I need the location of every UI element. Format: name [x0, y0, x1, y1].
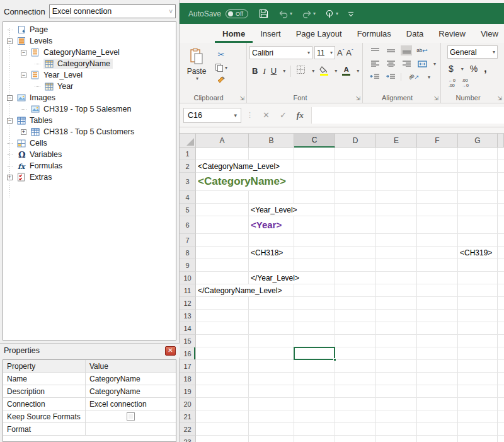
name-box[interactable]: C16 ▾ — [183, 108, 241, 123]
cell-B10[interactable]: </Year_Level> — [249, 272, 301, 284]
cell-B5[interactable]: <Year_Level> — [249, 204, 299, 216]
insert-function-icon[interactable]: fx — [297, 110, 304, 120]
cut-icon[interactable]: ✂ — [215, 50, 227, 59]
row-header-6[interactable]: 6 — [180, 216, 196, 234]
decrease-indent-icon[interactable] — [369, 72, 381, 82]
column-header-G[interactable]: G — [458, 134, 498, 148]
align-left-icon[interactable] — [369, 59, 381, 69]
fill-color-dropdown-icon[interactable]: ▾ — [335, 68, 337, 74]
font-dialog-launcher-icon[interactable]: ⇲ — [355, 95, 360, 102]
merge-center-icon[interactable] — [416, 59, 428, 69]
connection-dropdown[interactable]: Excel connection ˅ — [49, 4, 176, 18]
row-header-16[interactable]: 16 — [180, 347, 196, 360]
cancel-icon[interactable]: ✕ — [263, 110, 270, 120]
grid-row-cells[interactable] — [196, 423, 504, 436]
select-all-corner[interactable] — [180, 134, 196, 148]
redo-icon[interactable]: ▾ — [301, 9, 316, 18]
paste-button[interactable]: Paste ▾ — [182, 46, 211, 91]
orientation-icon[interactable]: ab↗ — [406, 72, 422, 82]
properties-row[interactable]: NameCategoryName — [3, 373, 176, 385]
tree-item-inner[interactable]: Cells — [16, 138, 50, 148]
tree-item[interactable]: −Year_Level — [3, 69, 176, 81]
fill-color-icon[interactable] — [319, 66, 328, 76]
tab-home[interactable]: Home — [215, 25, 253, 43]
row-header-15[interactable]: 15 — [180, 335, 196, 347]
row-header-5[interactable]: 5 — [180, 204, 196, 216]
decrease-decimal-icon[interactable]: .00→0 — [462, 78, 469, 89]
copy-dropdown-icon[interactable]: ▾ — [225, 65, 227, 71]
grid-row-cells[interactable]: <Year> — [196, 216, 504, 234]
row-header-13[interactable]: 13 — [180, 310, 196, 322]
collapse-icon[interactable]: − — [7, 118, 13, 124]
row-header-17[interactable]: 17 — [180, 360, 196, 373]
borders-dropdown-icon[interactable]: ▾ — [312, 68, 314, 74]
redo-dropdown-icon[interactable]: ▾ — [313, 11, 316, 16]
expand-icon[interactable]: + — [21, 129, 26, 135]
tree-item[interactable]: −CategoryName_Level — [3, 47, 176, 58]
grid-row-cells[interactable] — [196, 259, 504, 272]
tree-item[interactable]: CH319 - Top 5 Salesmen — [3, 103, 176, 115]
align-right-icon[interactable] — [401, 59, 412, 69]
formula-input[interactable] — [311, 107, 504, 124]
decrease-font-size-icon[interactable]: Aˇ — [346, 48, 353, 57]
tree-item-inner[interactable]: Images — [16, 93, 58, 103]
tree-item[interactable]: Year — [3, 81, 176, 92]
grid-row-cells[interactable]: <CategoryName> — [196, 173, 504, 191]
font-color-icon[interactable]: A — [342, 66, 350, 76]
orientation-dropdown-icon[interactable]: ▾ — [428, 74, 430, 80]
save-icon[interactable] — [258, 8, 269, 19]
tree-item[interactable]: ΩVariables — [3, 149, 176, 160]
expand-icon[interactable]: + — [7, 175, 13, 180]
tree-item[interactable]: −Images — [3, 92, 176, 103]
column-header-D[interactable]: D — [335, 134, 376, 148]
increase-font-size-icon[interactable]: Aˆ — [337, 48, 344, 57]
format-painter-icon[interactable] — [215, 76, 227, 84]
row-header-19[interactable]: 19 — [180, 385, 196, 398]
properties-row[interactable]: Keep Source Formats — [3, 410, 176, 423]
tree-item-inner[interactable]: Page — [16, 25, 50, 35]
tab-view[interactable]: View — [473, 25, 504, 43]
properties-row[interactable]: DescriptionCategoryName — [3, 385, 176, 398]
top-align-icon[interactable] — [369, 45, 381, 55]
cell-A11[interactable]: </CategoryName_Level> — [197, 284, 283, 296]
tree-item[interactable]: +Extras — [3, 172, 176, 183]
tree-item-inner[interactable]: CH318 - Top 5 Customers — [30, 127, 137, 137]
row-header-4[interactable]: 4 — [180, 191, 196, 204]
tab-data[interactable]: Data — [399, 25, 431, 43]
cell-B6[interactable]: <Year> — [249, 216, 283, 233]
clipboard-dialog-launcher-icon[interactable]: ⇲ — [239, 95, 244, 102]
customize-toolbar-icon[interactable] — [347, 10, 355, 18]
selected-cell-C16[interactable] — [294, 347, 335, 360]
keep-source-formats-checkbox[interactable] — [127, 412, 135, 421]
grid-row-cells[interactable] — [196, 335, 504, 347]
cell-A2[interactable]: <CategoryName_Level> — [197, 160, 281, 172]
tab-insert[interactable]: Insert — [253, 25, 289, 43]
undo-icon[interactable]: ▾ — [278, 9, 292, 18]
row-header-8[interactable]: 8 — [180, 247, 196, 259]
row-header-20[interactable]: 20 — [180, 398, 196, 410]
row-header-23[interactable]: 23 — [180, 436, 196, 442]
row-header-2[interactable]: 2 — [180, 160, 196, 173]
font-size-dropdown[interactable]: 11 ▾ — [314, 46, 335, 59]
grid-row-cells[interactable]: <CategoryName_Level> — [196, 160, 504, 173]
grid-row-cells[interactable] — [196, 347, 504, 360]
tree-item[interactable]: +CH318 - Top 5 Customers — [3, 126, 176, 137]
column-header-F[interactable]: F — [417, 134, 458, 148]
row-header-14[interactable]: 14 — [180, 322, 196, 335]
column-header-C[interactable]: C — [294, 134, 335, 148]
font-color-dropdown-icon[interactable]: ▾ — [357, 68, 359, 74]
tree-item[interactable]: −Levels — [3, 35, 176, 47]
underline-dropdown-icon[interactable]: ▾ — [283, 68, 285, 74]
row-header-21[interactable]: 21 — [180, 410, 196, 423]
tree-item-inner[interactable]: Extras — [16, 172, 54, 182]
row-header-1[interactable]: 1 — [180, 148, 196, 160]
tree-item-inner[interactable]: CategoryName — [43, 59, 113, 69]
row-header-11[interactable]: 11 — [180, 284, 196, 297]
column-header-E[interactable]: E — [376, 134, 417, 148]
number-dialog-launcher-icon[interactable]: ⇲ — [497, 95, 502, 102]
tree-item-inner[interactable]: Tables — [16, 115, 55, 125]
cell-A3[interactable]: <CategoryName> — [197, 173, 287, 190]
grid-row-cells[interactable] — [196, 385, 504, 398]
collapse-icon[interactable]: − — [7, 95, 13, 101]
row-header-10[interactable]: 10 — [180, 272, 196, 284]
